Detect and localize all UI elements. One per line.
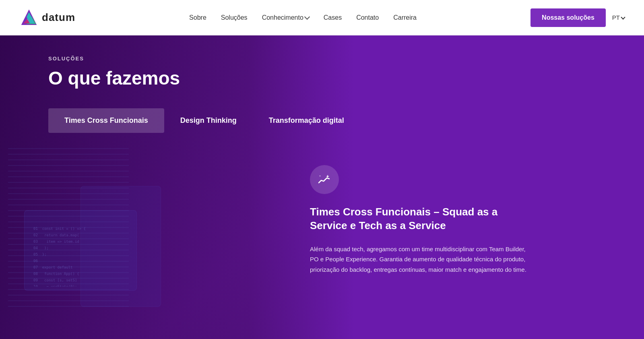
language-button[interactable]: PT [612, 14, 625, 21]
tab-times-cross[interactable]: Times Cross Funcionais [48, 108, 164, 133]
main-nav: Sobre Soluções Conhecimento Cases Contat… [189, 14, 417, 21]
nossas-solucoes-button[interactable]: Nossas soluções [530, 8, 606, 27]
content-right: Times Cross Funcionais – Squad as a Serv… [310, 157, 596, 299]
chevron-down-icon [304, 14, 310, 20]
header-actions: Nossas soluções PT [530, 8, 625, 27]
tabs-row: Times Cross Funcionais Design Thinking T… [48, 108, 596, 133]
logo[interactable]: datum [19, 8, 75, 27]
nav-item-contato[interactable]: Contato [356, 14, 379, 21]
nav-item-cases[interactable]: Cases [324, 14, 342, 21]
content-body: Além da squad tech, agregamos com um tim… [310, 244, 535, 275]
section-label: SOLUÇÕES [48, 56, 596, 62]
content-area: Times Cross Funcionais – Squad as a Serv… [48, 157, 596, 299]
content-heading: Times Cross Funcionais – Squad as a Serv… [310, 205, 535, 233]
header: datum Sobre Soluções Conhecimento Cases … [0, 0, 644, 35]
feature-icon-circle [310, 165, 339, 194]
section-title: O que fazemos [48, 67, 596, 89]
sparkles-chart-icon [317, 172, 332, 187]
tab-transformacao[interactable]: Transformação digital [253, 108, 360, 133]
nav-item-conhecimento[interactable]: Conhecimento [262, 14, 309, 21]
logo-icon [19, 8, 39, 27]
content-left-image [48, 157, 310, 299]
main-content: SOLUÇÕES O que fazemos Times Cross Funci… [0, 35, 644, 299]
logo-text: datum [42, 11, 75, 24]
tab-design-thinking[interactable]: Design Thinking [164, 108, 253, 133]
main-section: 01 const init = () => { 02 return data.m… [0, 35, 644, 339]
nav-item-solucoes[interactable]: Soluções [221, 14, 248, 21]
nav-item-sobre[interactable]: Sobre [189, 14, 206, 21]
chevron-down-icon [621, 15, 625, 19]
nav-item-carreira[interactable]: Carreira [393, 14, 417, 21]
